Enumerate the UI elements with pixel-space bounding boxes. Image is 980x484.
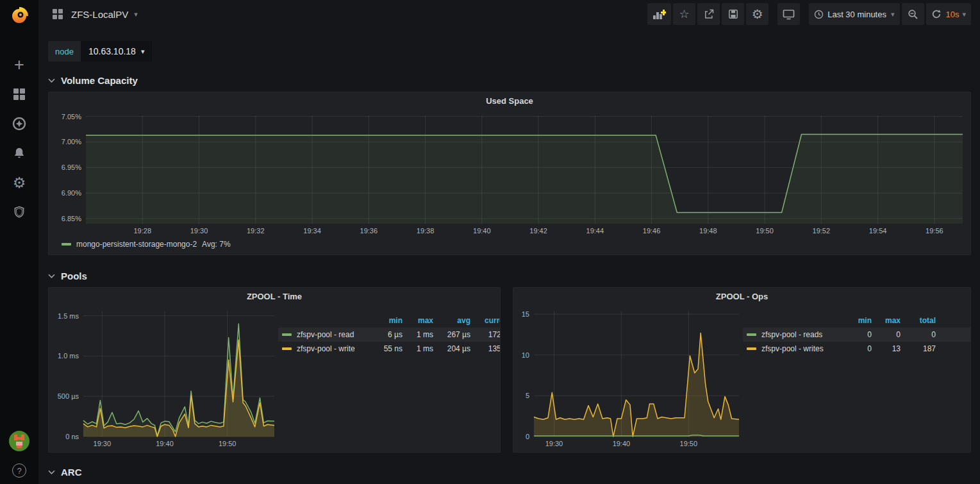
series-name: zfspv-pool - reads [761, 330, 822, 339]
add-panel-button[interactable] [647, 3, 671, 25]
svg-text:19:42: 19:42 [529, 227, 547, 235]
help-icon[interactable]: ? [12, 463, 26, 478]
svg-text:19:34: 19:34 [303, 227, 321, 235]
refresh-icon [931, 9, 942, 19]
clock-icon [814, 10, 824, 19]
settings-button[interactable]: ⚙ [746, 3, 768, 25]
panel-title[interactable]: ZPOOL - Ops [513, 288, 970, 305]
node-variable-dropdown[interactable]: node 10.63.10.18 ▾ [48, 41, 152, 62]
series-name[interactable]: mongo-persistent-storage-mongo-2 [76, 240, 197, 249]
chevron-down-icon [48, 78, 55, 83]
svg-text:19:40: 19:40 [156, 440, 174, 447]
zpool-ops-body: 19:3019:4019:50051015 min max total [513, 305, 970, 452]
chevron-down-icon: ▾ [134, 10, 138, 19]
dashboard-title-menu[interactable]: ZFS-LocalPV ▾ [50, 6, 138, 22]
grafana-logo-icon[interactable] [6, 3, 32, 29]
sidebar-menu: + ⚙ [12, 57, 27, 220]
variable-value: 10.63.10.18 [88, 46, 136, 56]
svg-text:7.05%: 7.05% [62, 113, 81, 121]
svg-text:6.95%: 6.95% [62, 163, 81, 171]
used-space-panel: Used Space 19:2819:3019:3219:3419:3619:3… [48, 92, 971, 255]
chevron-down-icon: ▾ [891, 10, 895, 19]
alerting-icon[interactable] [12, 146, 27, 161]
zpool-time-panel: ZPOOL - Time 19:3019:4019:500 ns500 µs1.… [48, 287, 501, 453]
panel-title[interactable]: Used Space [54, 92, 965, 109]
explore-icon[interactable] [12, 116, 27, 131]
series-swatch [747, 333, 756, 336]
main-area: ZFS-LocalPV ▾ ☆ [38, 0, 980, 484]
zpool-time-chart[interactable]: 19:3019:4019:500 ns500 µs1.0 ms1.5 ms [53, 305, 278, 449]
col-max: max [403, 315, 433, 328]
svg-text:19:46: 19:46 [643, 227, 661, 235]
navbar-actions: ☆ ⚙ [645, 3, 971, 25]
svg-text:10: 10 [522, 351, 529, 359]
svg-text:19:38: 19:38 [417, 227, 435, 235]
svg-text:19:44: 19:44 [586, 227, 604, 235]
col-total: total [901, 315, 936, 328]
series-swatch [747, 347, 756, 350]
legend-row-writes: zfspv-pool - writes 0 13 187 [743, 342, 970, 356]
svg-text:6.90%: 6.90% [62, 189, 81, 197]
server-admin-icon[interactable] [12, 204, 27, 220]
cycle-view-button[interactable] [777, 3, 800, 25]
section-title: Pools [61, 271, 87, 281]
svg-text:19:50: 19:50 [219, 440, 237, 447]
refresh-interval-label: 10s [946, 10, 959, 19]
zoom-out-button[interactable] [902, 3, 924, 25]
svg-text:6.85%: 6.85% [62, 215, 81, 222]
share-icon [704, 9, 714, 19]
add-panel-icon [652, 9, 666, 20]
star-icon: ☆ [679, 7, 690, 21]
svg-text:19:40: 19:40 [473, 227, 491, 235]
svg-text:19:32: 19:32 [247, 227, 265, 235]
used-space-chart[interactable]: 19:2819:3019:3219:3419:3619:3819:4019:42… [54, 109, 967, 237]
chevron-down-icon [48, 470, 55, 474]
zoom-out-icon [908, 9, 918, 20]
zpool-ops-legend: min max total zfspv-pool - reads 0 [743, 305, 970, 452]
svg-text:19:50: 19:50 [756, 227, 774, 235]
chevron-down-icon: ▾ [141, 47, 145, 56]
chevron-down-icon: ▾ [962, 10, 966, 19]
refresh-button[interactable]: 10s ▾ [926, 3, 972, 25]
series-name: zfspv-pool - read [297, 330, 354, 339]
legend-header-row: min max avg current [278, 315, 500, 328]
legend-row-reads: zfspv-pool - reads 0 0 0 [743, 328, 970, 342]
monitor-icon [783, 9, 795, 20]
gear-icon: ⚙ [752, 6, 763, 22]
svg-text:19:54: 19:54 [869, 227, 887, 235]
user-avatar[interactable] [8, 430, 30, 455]
section-title: Volume Capacity [61, 75, 138, 86]
zpool-ops-chart[interactable]: 19:3019:4019:50051015 [517, 305, 743, 449]
series-name: zfspv-pool - write [297, 344, 355, 353]
svg-text:19:30: 19:30 [545, 440, 563, 447]
dashboard-grid-icon [50, 6, 65, 22]
variable-label: node [48, 41, 81, 62]
sidebar: + ⚙ [0, 0, 38, 484]
time-picker-button[interactable]: Last 30 minutes ▾ [809, 3, 899, 25]
save-button[interactable] [722, 3, 744, 25]
svg-text:0: 0 [526, 433, 529, 440]
section-pools[interactable]: Pools [48, 267, 971, 285]
create-icon[interactable]: + [12, 57, 27, 72]
dashboards-icon[interactable] [12, 87, 27, 102]
panel-title[interactable]: ZPOOL - Time [49, 288, 500, 305]
svg-text:7.00%: 7.00% [62, 138, 81, 146]
svg-text:1.0 ms: 1.0 ms [58, 352, 79, 360]
section-volume-capacity[interactable]: Volume Capacity [48, 71, 971, 89]
col-avg: avg [433, 315, 470, 328]
col-min: min [372, 315, 403, 328]
section-arc[interactable]: ARC [48, 463, 971, 481]
pools-row: ZPOOL - Time 19:3019:4019:500 ns500 µs1.… [48, 287, 971, 453]
configuration-icon[interactable]: ⚙ [12, 175, 27, 190]
favorite-button[interactable]: ☆ [673, 3, 695, 25]
used-space-legend: mongo-persistent-storage-mongo-2 Avg: 7% [54, 237, 965, 252]
svg-text:19:50: 19:50 [680, 440, 698, 447]
submenu: node 10.63.10.18 ▾ [48, 41, 971, 62]
svg-text:500 µs: 500 µs [58, 392, 79, 400]
svg-text:19:52: 19:52 [813, 227, 831, 235]
col-min: min [843, 315, 872, 328]
dashboard-content: node 10.63.10.18 ▾ Volume Capacity Used … [38, 28, 980, 481]
legend-row-write: zfspv-pool - write 55 ns 1 ms 204 µs 135… [278, 342, 500, 356]
svg-text:0 ns: 0 ns [65, 433, 79, 440]
share-button[interactable] [697, 3, 720, 25]
